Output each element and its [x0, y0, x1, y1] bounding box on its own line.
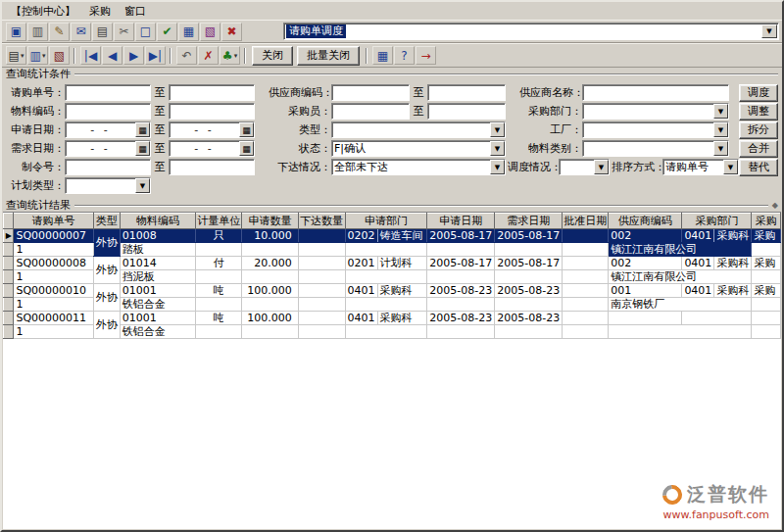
grid-cell[interactable] — [298, 243, 345, 257]
grid-cell[interactable]: 只 — [196, 229, 242, 243]
apply-date-from-input[interactable]: - -▦ — [65, 121, 151, 138]
grid-icon[interactable]: ▦ — [178, 23, 199, 41]
batch-close-button[interactable]: 批量关闭 — [297, 46, 360, 66]
buyer-to-input[interactable] — [427, 103, 506, 120]
mfg-order-to-input[interactable] — [169, 159, 255, 175]
exit-icon[interactable]: → — [416, 46, 436, 65]
grid-cell[interactable] — [298, 270, 345, 284]
column-header[interactable]: 物料编码 — [120, 214, 195, 229]
apply-date-to-input[interactable]: - -▦ — [169, 121, 255, 138]
grid-cell[interactable] — [495, 243, 563, 257]
grid-row[interactable]: SQ00000010外协01001吨100.0000401采购科2005-08-… — [4, 284, 781, 298]
copy-icon[interactable]: □ — [135, 23, 156, 41]
grid-cell[interactable]: 外协 — [93, 229, 120, 257]
chevron-down-icon[interactable]: ▼ — [713, 104, 728, 119]
grid-cell[interactable] — [563, 243, 609, 257]
grid-cell[interactable]: 2005-08-17 — [495, 257, 563, 270]
column-header[interactable]: 下达数量 — [298, 214, 345, 229]
grid-cell[interactable]: 2005-08-23 — [427, 284, 495, 298]
grid-cell[interactable] — [242, 325, 299, 339]
grid-cell[interactable] — [242, 243, 299, 257]
grid-cell[interactable]: SQ00000008 — [14, 257, 93, 270]
grid-cell[interactable]: 铁铝合金 — [120, 298, 195, 312]
grid-cell[interactable]: 0201计划科 — [345, 257, 427, 270]
form-icon[interactable]: ▣ — [6, 23, 26, 41]
edit-icon[interactable]: ✎ — [49, 23, 70, 41]
chevron-down-icon[interactable]: ▼ — [490, 122, 505, 137]
grid-cell[interactable] — [752, 270, 781, 284]
grid-cell[interactable]: 外协 — [93, 257, 120, 284]
type-select[interactable]: ▼ — [331, 121, 506, 138]
adjust-button[interactable]: 调整 — [739, 103, 778, 121]
column-header[interactable]: 申请数量 — [242, 214, 299, 229]
merge-button[interactable]: 合并 — [739, 140, 778, 158]
grid-cell[interactable]: 0401采购科 — [345, 312, 427, 325]
column-header[interactable]: 批准日期 — [563, 214, 609, 229]
print-icon[interactable]: ▤▾ — [6, 46, 26, 65]
mfg-order-from-input[interactable] — [65, 159, 151, 175]
grid-cell[interactable]: 踏板 — [120, 243, 195, 257]
column-header[interactable]: 类型 — [93, 214, 120, 229]
grid-cell[interactable] — [196, 325, 242, 339]
grid-cell[interactable]: 1 — [14, 298, 93, 312]
image-icon[interactable]: ▧ — [200, 23, 220, 41]
undo-icon[interactable]: ↶ — [176, 46, 197, 65]
sort-by-select[interactable]: 请购单号▼ — [662, 159, 739, 175]
grid-cell[interactable] — [563, 229, 609, 243]
grid-cell[interactable] — [345, 270, 427, 284]
issue-status-select[interactable]: 全部未下达▼ — [331, 159, 506, 175]
prev-record-icon[interactable]: ◀ — [102, 46, 122, 65]
order-no-from-input[interactable] — [65, 84, 151, 101]
grid-cell[interactable]: 采购 — [752, 284, 781, 298]
dispatch-button[interactable]: 调度 — [739, 84, 778, 102]
grid-cell[interactable] — [427, 270, 495, 284]
next-record-icon[interactable]: ▶ — [123, 46, 144, 65]
grid-cell[interactable] — [495, 270, 563, 284]
export-icon[interactable]: ▧ — [49, 46, 70, 65]
calendar-icon[interactable]: ▦ — [135, 141, 150, 156]
grid-cell[interactable] — [752, 325, 781, 339]
grid-cell[interactable]: 002 — [609, 257, 682, 270]
grid-cell[interactable] — [427, 243, 495, 257]
menu-item-control-center[interactable]: 【控制中心】 — [4, 3, 82, 20]
cut-icon[interactable]: ✂ — [114, 23, 134, 41]
grid-cell[interactable] — [563, 284, 609, 298]
help-icon[interactable]: ? — [394, 46, 415, 65]
grid-cell[interactable] — [298, 257, 345, 270]
grid-cell[interactable]: 采购 — [752, 257, 781, 270]
menu-item-purchase[interactable]: 采购 — [82, 3, 118, 20]
grid-cell[interactable] — [609, 312, 682, 325]
grid-row[interactable]: ▶SQ00000007外协01008只10.0000202铸造车间2005-08… — [4, 229, 781, 243]
chevron-down-icon[interactable]: ▼ — [713, 141, 728, 156]
calendar-icon[interactable]: ▦ — [135, 122, 150, 137]
factory-select[interactable]: ▼ — [582, 121, 729, 138]
grid-cell[interactable]: 铁铝合金 — [120, 325, 195, 339]
status-select[interactable]: F|确认▼ — [331, 140, 506, 157]
grid-cell[interactable]: 镇江江南有限公司 — [609, 270, 752, 284]
grid-cell[interactable]: 0401采购科 — [682, 257, 752, 270]
grid-cell[interactable]: 002 — [609, 229, 682, 243]
chevron-down-icon[interactable]: ▼ — [490, 160, 505, 174]
split-button[interactable]: 拆分 — [739, 121, 778, 139]
grid-cell[interactable]: 1 — [14, 325, 93, 339]
grid-row-line2[interactable]: 1挡泥板镇江江南有限公司 — [4, 270, 781, 284]
grid-cell[interactable]: SQ00000010 — [14, 284, 93, 298]
grid-cell[interactable] — [752, 243, 781, 257]
chevron-down-icon[interactable]: ▼ — [490, 141, 505, 156]
grid-row-line2[interactable]: 1铁铝合金 — [4, 325, 781, 339]
column-header[interactable]: 计量单位 — [196, 214, 242, 229]
grid-cell[interactable] — [345, 325, 427, 339]
calendar-icon[interactable]: ▦ — [239, 122, 254, 137]
grid-cell[interactable]: 0202铸造车间 — [345, 229, 427, 243]
grid-cell[interactable]: SQ00000011 — [14, 312, 93, 325]
tree-icon[interactable]: ♣▾ — [220, 46, 240, 65]
order-no-to-input[interactable] — [169, 84, 255, 101]
menu-item-window[interactable]: 窗口 — [118, 3, 153, 20]
plan-type-select[interactable]: ▼ — [65, 177, 151, 194]
material-code-to-input[interactable] — [169, 103, 255, 120]
module-selector[interactable]: 请购单调度 ▼ — [283, 23, 779, 40]
grid-cell[interactable]: 付 — [196, 257, 242, 270]
grid-cell[interactable]: 2005-08-17 — [427, 229, 495, 243]
grid-row[interactable]: SQ00000008外协01014付20.0000201计划科2005-08-1… — [4, 257, 781, 270]
grid-cell[interactable]: 2005-08-23 — [427, 312, 495, 325]
